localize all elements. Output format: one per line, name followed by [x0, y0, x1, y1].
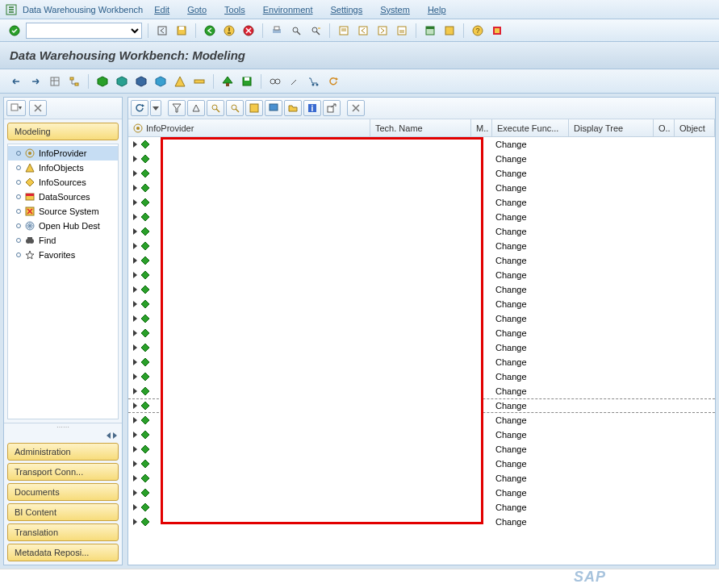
col-o[interactable]: O.. — [654, 119, 675, 136]
cube-blue-icon[interactable] — [133, 73, 149, 90]
ctb-dd-icon[interactable] — [150, 100, 161, 116]
menu-environment[interactable]: Environment — [257, 2, 320, 17]
expand-icon[interactable] — [133, 286, 137, 293]
menu-help[interactable]: Help — [421, 2, 453, 17]
ctb-sort-icon[interactable] — [187, 100, 205, 116]
refresh-icon[interactable] — [325, 73, 341, 90]
ctb-findnext-icon[interactable] — [226, 100, 244, 116]
find-icon[interactable] — [288, 23, 304, 39]
expand-icon[interactable] — [133, 156, 137, 162]
expand-icon[interactable] — [133, 504, 137, 511]
col-disptree[interactable]: Display Tree — [569, 119, 654, 136]
expand-icon[interactable] — [133, 301, 137, 307]
menu-tools[interactable]: Tools — [218, 2, 252, 17]
sidebar-bottom-metadata-reposi-[interactable]: Metadata Reposi... — [7, 544, 119, 561]
cube-teal-icon[interactable] — [114, 73, 130, 90]
warn-triangle-icon[interactable] — [172, 73, 188, 90]
col-exec[interactable]: Execute Func... — [492, 119, 569, 136]
expand-icon[interactable] — [133, 359, 137, 365]
sidebar-item-infosources[interactable]: InfoSources — [8, 175, 118, 190]
col-object[interactable]: Object — [675, 119, 715, 136]
sidebar-bottom-documents[interactable]: Documents — [7, 483, 119, 501]
expand-icon[interactable] — [133, 170, 137, 177]
find-next-icon[interactable] — [307, 23, 324, 39]
expand-icon[interactable] — [133, 185, 137, 191]
expand-icon[interactable] — [133, 388, 137, 394]
expand-icon[interactable] — [133, 243, 137, 249]
expand-icon[interactable] — [133, 417, 137, 423]
cancel-icon[interactable] — [240, 23, 257, 39]
wrench-icon[interactable] — [286, 73, 303, 90]
expand-icon[interactable] — [133, 315, 137, 322]
expand-icon[interactable] — [133, 432, 137, 438]
shortcut-icon[interactable] — [441, 23, 458, 39]
sidebar-bottom-translation[interactable]: Translation — [7, 523, 119, 541]
col-techname[interactable]: Tech. Name — [370, 119, 471, 136]
ctb-filter-icon[interactable] — [168, 100, 186, 116]
table-icon[interactable] — [47, 73, 63, 90]
expand-icon[interactable] — [133, 330, 137, 336]
sidebar-item-find[interactable]: Find — [8, 233, 118, 248]
back-icon[interactable] — [202, 23, 218, 39]
menu-system[interactable]: System — [374, 2, 416, 17]
sidebar-scroll-right-icon[interactable] — [113, 432, 117, 439]
hlp-icon[interactable]: ? — [470, 23, 486, 39]
expand-icon[interactable] — [133, 373, 137, 380]
tree-icon[interactable] — [66, 73, 82, 90]
cart-icon[interactable] — [306, 73, 322, 90]
expand-icon[interactable] — [133, 141, 137, 148]
col-infoprovider[interactable]: InfoProvider — [128, 119, 370, 136]
menu-command-icon[interactable] — [5, 3, 18, 16]
ruler-icon[interactable] — [191, 73, 207, 90]
nav-back-icon[interactable] — [8, 73, 24, 90]
sidebar-bottom-transport-conn-[interactable]: Transport Conn... — [7, 463, 119, 481]
expand-icon[interactable] — [133, 228, 137, 235]
ctb-popup-icon[interactable] — [323, 100, 341, 116]
print-icon[interactable] — [269, 23, 285, 39]
exit-icon[interactable] — [221, 23, 237, 39]
layout-icon[interactable] — [489, 23, 505, 39]
save-icon[interactable] — [173, 23, 190, 39]
col-m[interactable]: M.. — [471, 119, 492, 136]
expand-icon[interactable] — [133, 446, 137, 452]
sidebar-item-open-hub-dest[interactable]: Open Hub Dest — [8, 219, 118, 233]
command-field[interactable] — [26, 23, 142, 39]
sidebar-scroll-left-icon[interactable] — [107, 432, 111, 439]
sidebar-item-infoprovider[interactable]: InfoProvider — [8, 146, 118, 161]
menu-goto[interactable]: Goto — [181, 2, 213, 17]
disk-icon[interactable] — [239, 73, 255, 90]
expand-icon[interactable] — [133, 257, 137, 264]
sidebar-bottom-bi-content[interactable]: BI Content — [7, 503, 119, 521]
expand-icon[interactable] — [133, 344, 137, 351]
enter-icon[interactable] — [6, 23, 23, 39]
sidebar-resize-handle[interactable]: ⋯⋯ — [4, 423, 122, 431]
expand-icon[interactable] — [133, 475, 137, 482]
menu-settings[interactable]: Settings — [324, 2, 369, 17]
ctb-close-icon[interactable] — [347, 100, 365, 116]
sidebar-item-source-system[interactable]: Source System — [8, 204, 118, 219]
expand-icon[interactable] — [133, 461, 137, 467]
ctb-folder-icon[interactable] — [284, 100, 302, 116]
sidebar-dropdown-icon[interactable] — [6, 100, 26, 116]
link-icon[interactable] — [267, 73, 283, 90]
sidebar-close-icon[interactable] — [29, 100, 47, 116]
cube-cyan-icon[interactable] — [153, 73, 169, 90]
ctb-info-icon[interactable]: i — [303, 100, 321, 116]
cube-green-icon[interactable] — [94, 73, 111, 90]
new-session-icon[interactable] — [422, 23, 438, 39]
ctb-select-icon[interactable] — [245, 100, 263, 116]
sidebar-bottom-administration[interactable]: Administration — [7, 443, 119, 461]
expand-icon[interactable] — [133, 199, 137, 206]
grid-body[interactable]: ChangeChangeChangeChangeChangeChangeChan… — [128, 137, 715, 565]
back-sq-icon[interactable] — [154, 23, 170, 39]
sidebar-item-infoobjects[interactable]: InfoObjects — [8, 161, 118, 175]
next-page-icon[interactable] — [374, 23, 391, 39]
tree-green-icon[interactable] — [219, 73, 236, 90]
nav-fwd-icon[interactable] — [27, 73, 44, 90]
expand-icon[interactable] — [133, 214, 137, 220]
sidebar-item-datasources[interactable]: DataSources — [8, 190, 118, 204]
first-page-icon[interactable] — [336, 23, 352, 39]
prev-page-icon[interactable] — [355, 23, 371, 39]
ctb-screen-icon[interactable] — [265, 100, 282, 116]
sidebar-item-favorites[interactable]: Favorites — [8, 248, 118, 262]
